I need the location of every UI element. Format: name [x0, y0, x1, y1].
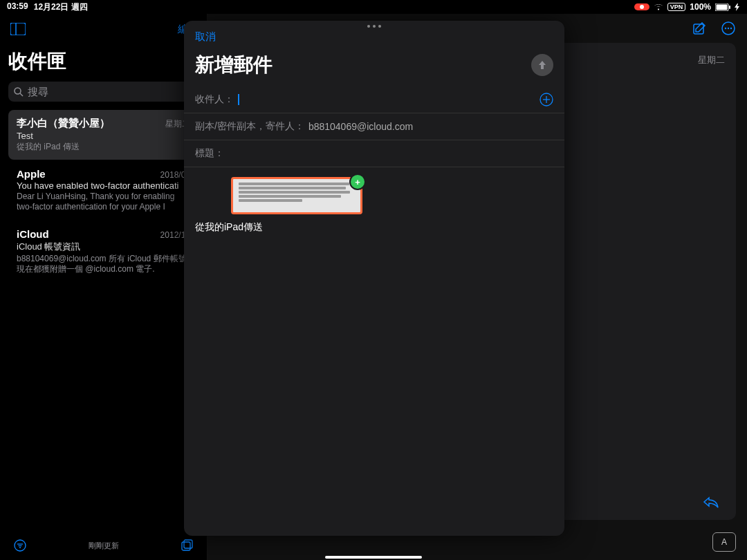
mail-sender: 李小白（贊贊小屋）	[17, 117, 110, 130]
status-time: 03:59	[7, 1, 28, 13]
sidebar-footer: 剛剛更新	[0, 538, 208, 553]
svg-rect-1	[717, 4, 728, 10]
cancel-button[interactable]: 取消	[195, 30, 216, 44]
home-indicator[interactable]	[325, 556, 422, 559]
charging-icon	[735, 3, 740, 11]
sidebar: 編輯 收件匣 李小白（贊贊小屋） 星期二 Test 從我的 iPad 傳送 Ap…	[0, 14, 208, 560]
subject-field[interactable]: 標題：	[184, 140, 564, 167]
mail-item[interactable]: Apple 2018/09 You have enabled two-facto…	[8, 161, 199, 220]
svg-rect-17	[182, 542, 190, 550]
keyboard-mode-indicator[interactable]: A	[712, 532, 736, 552]
compose-body[interactable]: + 從我的iPad傳送	[184, 167, 564, 536]
wifi-icon	[654, 3, 663, 10]
battery-icon	[715, 3, 730, 11]
cc-label: 副本/密件副本，寄件人：	[195, 120, 304, 133]
mail-subject: You have enabled two-factor authenticati	[17, 180, 190, 191]
search-icon	[14, 87, 24, 97]
svg-rect-3	[10, 23, 26, 35]
mail-sender: Apple	[17, 168, 46, 180]
status-bar: 03:59 12月22日 週四 VPN 100%	[0, 0, 747, 14]
svg-rect-2	[729, 6, 730, 9]
mail-subject: iCloud 帳號資訊	[17, 241, 190, 253]
text-cursor	[238, 94, 239, 105]
svg-rect-16	[184, 540, 192, 548]
to-field[interactable]: 收件人：	[184, 86, 564, 113]
subject-label: 標題：	[195, 147, 224, 160]
search-input[interactable]	[28, 86, 193, 97]
mail-sender: iCloud	[17, 228, 49, 240]
mail-preview: Dear Li YuanHsing, Thank you for enablin…	[17, 192, 190, 213]
svg-point-11	[730, 28, 732, 29]
send-button[interactable]	[531, 54, 553, 76]
to-label: 收件人：	[195, 93, 234, 106]
add-attachment-badge[interactable]: +	[351, 175, 365, 189]
sidebar-toggle-icon[interactable]	[8, 19, 28, 39]
svg-point-10	[728, 28, 729, 29]
filter-icon[interactable]	[12, 538, 28, 553]
svg-point-5	[15, 88, 21, 94]
attachment-thumbnail[interactable]: +	[231, 177, 362, 214]
battery-text: 100%	[690, 2, 711, 12]
compose-title: 新增郵件	[195, 52, 273, 78]
compose-icon[interactable]	[692, 21, 707, 36]
sidebar-title: 收件匣	[8, 48, 199, 75]
more-icon[interactable]	[721, 21, 736, 36]
reply-icon[interactable]	[703, 495, 719, 509]
add-contact-icon[interactable]	[540, 93, 553, 106]
compose-sheet: 取消 新增郵件 收件人： 副本/密件副本，寄件人： b88104069@iclo…	[184, 21, 564, 536]
search-box[interactable]	[8, 82, 199, 102]
status-date: 12月22日 週四	[34, 1, 88, 13]
mail-preview: 從我的 iPad 傳送	[17, 142, 190, 153]
vpn-badge: VPN	[667, 3, 686, 11]
windows-icon[interactable]	[180, 538, 195, 553]
screen-record-pill[interactable]	[634, 3, 649, 10]
signature-text: 從我的iPad傳送	[195, 221, 553, 234]
mail-preview: b88104069@icloud.com 所有 iCloud 郵件帳號現在都獲附…	[17, 254, 190, 275]
mail-subject: Test	[17, 131, 190, 141]
svg-point-9	[725, 28, 726, 29]
svg-line-6	[20, 93, 23, 96]
cc-field[interactable]: 副本/密件副本，寄件人： b88104069@icloud.com	[184, 113, 564, 140]
mail-item[interactable]: iCloud 2012/11 iCloud 帳號資訊 b88104069@icl…	[8, 221, 199, 282]
cc-value: b88104069@icloud.com	[308, 121, 413, 132]
mail-item[interactable]: 李小白（贊贊小屋） 星期二 Test 從我的 iPad 傳送	[8, 110, 199, 160]
updated-text: 剛剛更新	[28, 541, 180, 551]
